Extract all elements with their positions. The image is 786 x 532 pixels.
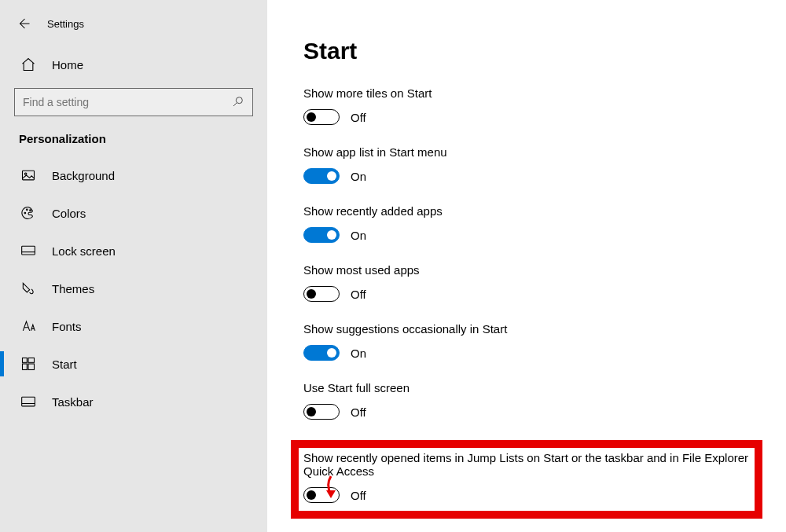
page-title: Start — [303, 38, 750, 64]
topbar: Settings — [0, 8, 267, 39]
toggle-state: On — [351, 347, 366, 360]
setting-label: Show suggestions occasionally in Start — [303, 322, 750, 336]
setting-show-suggestions-occasionally-in-start-toggle[interactable] — [303, 345, 340, 361]
svg-rect-9 — [23, 364, 28, 370]
svg-rect-6 — [22, 246, 35, 255]
home-nav[interactable]: Home — [0, 46, 267, 83]
setting-show-recently-added-apps: Show recently added appsOn — [303, 204, 750, 243]
sidebar-item-lock-screen[interactable]: Lock screen — [0, 232, 267, 270]
search-icon — [232, 95, 244, 110]
sidebar-item-label: Themes — [52, 282, 94, 295]
lockscreen-icon — [19, 241, 38, 260]
back-button[interactable] — [6, 8, 41, 39]
sidebar-item-label: Start — [52, 358, 77, 371]
svg-rect-8 — [28, 358, 35, 363]
setting-use-start-full-screen-toggle[interactable] — [303, 404, 340, 420]
home-icon — [19, 55, 38, 74]
sidebar-item-label: Colors — [52, 207, 86, 220]
section-label: Personalization — [0, 116, 267, 156]
setting-show-more-tiles-on-start-toggle[interactable] — [303, 109, 340, 125]
setting-show-recently-opened-items-in-jump-lists: Show recently opened items in Jump Lists… — [291, 440, 762, 519]
svg-point-5 — [30, 210, 31, 211]
svg-rect-1 — [23, 171, 35, 180]
setting-label: Show most used apps — [303, 263, 750, 277]
fonts-icon — [19, 317, 38, 336]
setting-show-more-tiles-on-start: Show more tiles on StartOff — [303, 86, 750, 125]
picture-icon — [19, 166, 38, 185]
sidebar-item-fonts[interactable]: Fonts — [0, 307, 267, 345]
toggle-state: Off — [351, 489, 366, 502]
sidebar: Settings Home Personalization Background… — [0, 0, 267, 532]
home-label: Home — [52, 58, 83, 72]
setting-show-suggestions-occasionally-in-start: Show suggestions occasionally in StartOn — [303, 322, 750, 361]
setting-label: Use Start full screen — [303, 381, 750, 394]
sidebar-item-label: Background — [52, 169, 115, 182]
toggle-state: Off — [351, 111, 366, 124]
setting-show-app-list-in-start-menu: Show app list in Start menuOn — [303, 145, 750, 184]
svg-point-3 — [24, 212, 26, 214]
sidebar-item-label: Fonts — [52, 320, 82, 333]
themes-icon — [19, 279, 38, 298]
sidebar-item-background[interactable]: Background — [0, 156, 267, 194]
setting-label: Show app list in Start menu — [303, 145, 750, 159]
setting-use-start-full-screen: Use Start full screenOff — [303, 381, 750, 420]
sidebar-item-label: Lock screen — [52, 244, 116, 258]
svg-rect-10 — [28, 364, 35, 370]
back-arrow-icon — [17, 17, 31, 31]
toggle-state: On — [351, 170, 366, 183]
app-title: Settings — [47, 18, 84, 30]
search-box[interactable] — [14, 88, 253, 116]
setting-show-most-used-apps: Show most used appsOff — [303, 263, 750, 302]
setting-show-recently-opened-items-in-jump-lists-toggle[interactable] — [303, 487, 340, 503]
setting-label: Show recently opened items in Jump Lists… — [303, 451, 750, 478]
setting-label: Show more tiles on Start — [303, 86, 750, 100]
sidebar-item-label: Taskbar — [52, 395, 94, 409]
setting-show-recently-added-apps-toggle[interactable] — [303, 227, 340, 243]
svg-point-4 — [27, 209, 28, 211]
start-icon — [19, 354, 38, 373]
toggle-state: Off — [351, 288, 366, 301]
main-content: Start Show more tiles on StartOffShow ap… — [267, 0, 786, 532]
sidebar-item-themes[interactable]: Themes — [0, 270, 267, 307]
toggle-state: Off — [351, 405, 366, 419]
setting-show-app-list-in-start-menu-toggle[interactable] — [303, 168, 340, 184]
setting-label: Show recently added apps — [303, 204, 750, 218]
search-input[interactable] — [23, 96, 232, 108]
sidebar-item-taskbar[interactable]: Taskbar — [0, 383, 267, 420]
sidebar-item-start[interactable]: Start — [0, 345, 267, 383]
svg-point-2 — [24, 173, 27, 175]
setting-show-most-used-apps-toggle[interactable] — [303, 286, 340, 302]
sidebar-item-colors[interactable]: Colors — [0, 194, 267, 232]
palette-icon — [19, 204, 38, 222]
svg-rect-7 — [23, 358, 28, 363]
toggle-state: On — [351, 229, 366, 242]
taskbar-icon — [19, 392, 38, 411]
svg-point-0 — [236, 97, 242, 103]
svg-rect-11 — [22, 397, 35, 406]
